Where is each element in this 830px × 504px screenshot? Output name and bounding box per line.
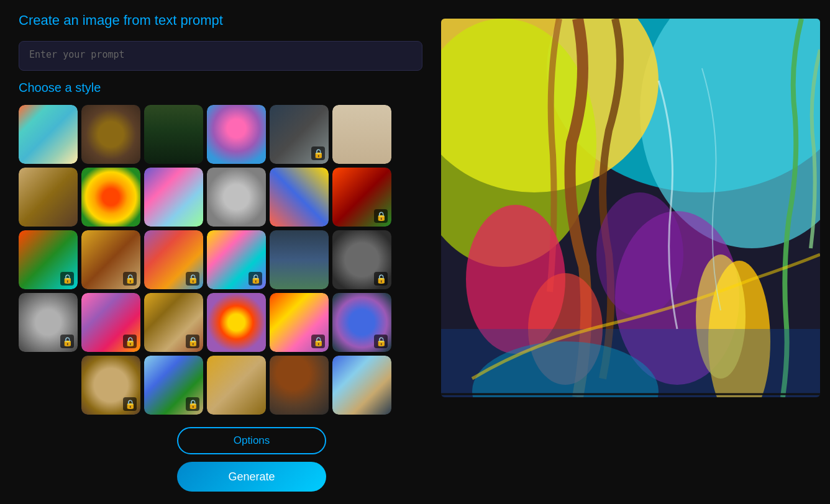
style-item[interactable]: 🔒 [144,293,203,352]
lock-icon: 🔒 [249,272,262,286]
bottom-buttons: Options Generate [19,427,422,492]
style-item[interactable] [81,168,140,227]
style-item[interactable] [19,168,78,227]
style-item[interactable] [270,356,329,415]
style-item[interactable] [81,105,140,164]
lock-icon: 🔒 [186,272,199,286]
lock-icon: 🔒 [123,335,137,348]
lock-icon: 🔒 [123,397,137,411]
style-item[interactable] [207,356,266,415]
style-item[interactable] [270,168,329,227]
style-item[interactable] [270,230,329,289]
lock-icon: 🔒 [311,146,325,160]
choose-style-label: Choose a style [19,81,422,95]
left-panel: Create an image from text prompt Choose … [19,12,422,492]
style-item[interactable]: 🔒 [270,105,329,164]
style-item[interactable]: 🔒 [270,293,329,352]
style-item[interactable]: 🔒 [81,230,140,289]
generate-button[interactable]: Generate [177,462,326,492]
options-button[interactable]: Options [177,427,326,454]
lock-icon: 🔒 [374,335,388,348]
style-item[interactable]: 🔒 [19,230,78,289]
lock-icon: 🔒 [186,335,199,348]
lock-icon: 🔒 [311,335,325,348]
style-item[interactable] [144,105,203,164]
style-item[interactable] [207,168,266,227]
prompt-input[interactable] [19,41,422,71]
style-item[interactable]: 🔒 [81,356,140,415]
style-item[interactable]: 🔒 [144,356,203,415]
style-item[interactable] [332,105,391,164]
lock-icon: 🔒 [60,335,74,348]
style-item[interactable] [207,293,266,352]
style-item[interactable]: 🔒 [332,230,391,289]
style-item[interactable] [332,356,391,415]
style-item[interactable] [207,105,266,164]
right-panel [441,12,820,492]
style-item[interactable]: 🔒 [207,230,266,289]
style-item[interactable]: 🔒 [81,293,140,352]
style-item[interactable] [144,168,203,227]
lock-icon: 🔒 [60,272,74,286]
style-item[interactable] [19,105,78,164]
style-item[interactable]: 🔒 [144,230,203,289]
page-title: Create an image from text prompt [19,12,422,29]
style-item[interactable]: 🔒 [19,293,78,352]
style-grid: 🔒 🔒 🔒 🔒 [19,105,422,415]
style-item[interactable]: 🔒 [332,168,391,227]
lock-icon: 🔒 [123,272,137,286]
lock-icon: 🔒 [374,209,388,223]
lock-icon: 🔒 [374,272,388,286]
preview-image [441,19,820,397]
lock-icon: 🔒 [186,397,199,411]
style-item[interactable]: 🔒 [332,293,391,352]
